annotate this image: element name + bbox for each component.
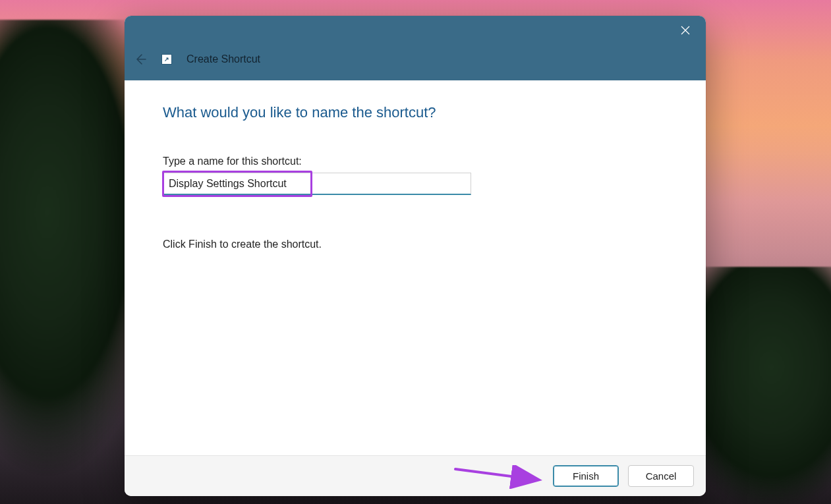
wallpaper-tree-right	[693, 267, 831, 504]
back-arrow-icon	[134, 53, 147, 66]
dialog-header: Create Shortcut	[125, 16, 706, 80]
dialog-footer: Finish Cancel	[125, 455, 706, 496]
shortcut-arrow-icon	[161, 54, 172, 65]
create-shortcut-dialog: Create Shortcut What would you like to n…	[125, 16, 706, 496]
svg-line-3	[455, 469, 537, 480]
main-heading: What would you like to name the shortcut…	[163, 104, 668, 121]
dialog-body: What would you like to name the shortcut…	[125, 80, 706, 455]
finish-button[interactable]: Finish	[553, 465, 619, 487]
dialog-title: Create Shortcut	[186, 53, 260, 65]
cancel-button[interactable]: Cancel	[628, 465, 694, 487]
header-row: Create Shortcut	[125, 53, 260, 66]
shortcut-name-input[interactable]	[163, 173, 471, 195]
instruction-text: Click Finish to create the shortcut.	[163, 238, 668, 250]
wallpaper-tree-left	[0, 20, 138, 501]
input-wrapper	[163, 173, 471, 195]
annotation-arrow-icon	[453, 465, 548, 489]
close-icon	[681, 26, 690, 35]
close-button[interactable]	[670, 20, 701, 41]
back-button[interactable]	[134, 53, 147, 66]
shortcut-name-label: Type a name for this shortcut:	[163, 155, 668, 167]
